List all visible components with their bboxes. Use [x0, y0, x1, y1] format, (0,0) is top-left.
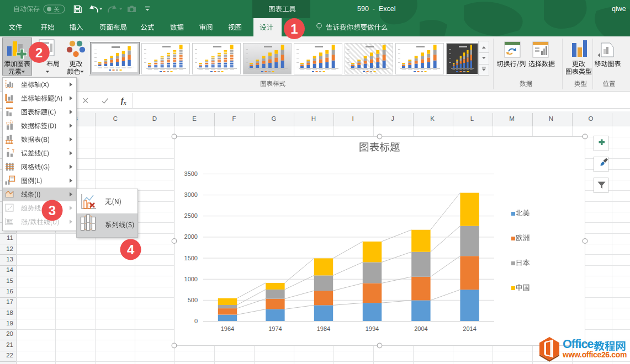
svg-text:3: 3 [49, 203, 56, 218]
svg-text:4: 4 [127, 242, 135, 257]
svg-text:2: 2 [35, 45, 43, 60]
svg-text:1: 1 [290, 22, 298, 36]
